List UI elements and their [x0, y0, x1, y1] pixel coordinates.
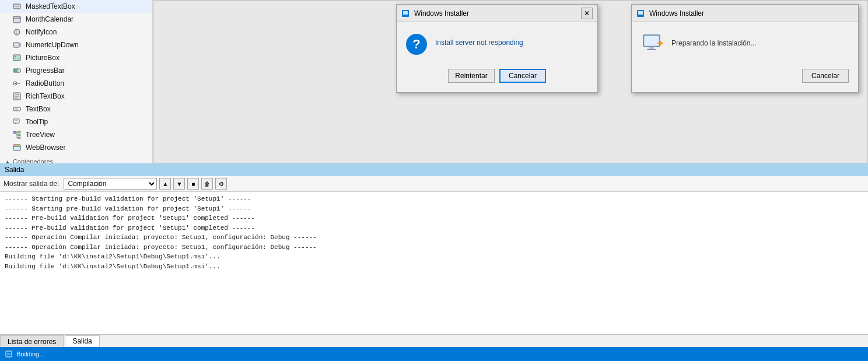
output-line-4: ------ Pre-build validation for project …: [5, 223, 863, 233]
dialog1-title-text: Windows Installer: [401, 9, 469, 17]
sidebar-item-numericupdown[interactable]: NumericUpDown: [0, 38, 152, 51]
output-source-select[interactable]: Compilación: [64, 178, 157, 190]
progressbar-icon: [12, 65, 22, 76]
sidebar-item-picturebox-label: PictureBox: [26, 54, 60, 62]
sidebar-item-monthcalendar[interactable]: MonthCalendar: [0, 13, 152, 26]
dialog-installing: Windows Installer Preparando la instalac…: [631, 4, 859, 93]
radiobutton-icon: [12, 78, 22, 89]
svg-rect-24: [18, 131, 20, 133]
output-line-7: Building file 'd:\KK\instal2\Setup1\Debu…: [5, 252, 863, 262]
richtextbox-icon: [12, 91, 22, 101]
sidebar-section-contenedores: ▲ Contenedores: [0, 155, 152, 163]
tab-lista-errores[interactable]: Lista de errores: [0, 335, 64, 347]
sidebar-item-tooltip-label: ToolTip: [26, 118, 48, 126]
bottom-tabs: Lista de errores Salida: [0, 334, 868, 347]
tab-lista-errores-label: Lista de errores: [8, 338, 56, 346]
tooltip-icon: [12, 117, 22, 127]
sidebar-section-label: Contenedores: [13, 158, 53, 163]
svg-rect-26: [18, 137, 20, 139]
output-content: ------ Starting pre-build validation for…: [0, 192, 868, 335]
sidebar-item-treeview-label: TreeView: [26, 131, 55, 139]
svg-point-12: [15, 83, 16, 84]
installer-animation-icon: [641, 31, 664, 55]
sidebar-item-richtextbox[interactable]: RichTextBox: [0, 90, 152, 103]
sidebar-item-maskedtextbox-label: MaskedTextBox: [26, 2, 75, 10]
sidebar-item-picturebox[interactable]: PictureBox: [0, 51, 152, 64]
stop-button[interactable]: ■: [187, 178, 199, 190]
sidebar-item-progressbar-label: ProgressBar: [26, 66, 65, 75]
settings-button[interactable]: ⚙: [215, 178, 227, 190]
svg-rect-6: [13, 43, 19, 47]
numericupdown-icon: [12, 40, 22, 50]
status-text: Building...: [16, 351, 44, 358]
dialog2-buttons: Cancelar: [632, 64, 858, 92]
sidebar-item-radiobutton[interactable]: RadioButton: [0, 77, 152, 90]
svg-point-35: [18, 145, 19, 146]
sidebar-item-webbrowser-label: WebBrowser: [26, 143, 65, 152]
svg-rect-2: [13, 16, 20, 23]
scroll-up-button[interactable]: ▲: [159, 178, 171, 190]
clear-button[interactable]: 🗑: [201, 178, 213, 190]
sidebar-item-radiobutton-label: RadioButton: [26, 79, 64, 87]
picturebox-icon: [12, 52, 22, 63]
monthcalendar-icon: [12, 14, 22, 24]
output-line-3: ------ Pre-build validation for project …: [5, 213, 863, 223]
dialog1-close-button[interactable]: ✕: [581, 8, 593, 19]
sidebar: MaskedTextBox MonthCalendar ! NotifyIcon…: [0, 0, 153, 163]
sidebar-item-textbox[interactable]: TextBox: [0, 103, 152, 115]
cancel-button-dialog1[interactable]: Cancelar: [499, 69, 546, 83]
show-output-label: Mostrar salida de:: [4, 180, 59, 188]
sidebar-item-webbrowser[interactable]: WebBrowser: [0, 141, 152, 154]
output-toolbar: Mostrar salida de: Compilación ▲ ▼ ■ 🗑 ⚙: [0, 176, 868, 192]
dialog1-message: Install server not responding: [435, 38, 523, 47]
sidebar-item-notifyicon[interactable]: ! NotifyIcon: [0, 26, 152, 38]
scroll-down-button[interactable]: ▼: [173, 178, 185, 190]
sidebar-item-numericupdown-label: NumericUpDown: [26, 41, 79, 49]
sidebar-item-notifyicon-label: NotifyIcon: [26, 28, 57, 36]
svg-rect-41: [638, 11, 643, 15]
output-line-8: Building file 'd:\KK\instal2\Setup1\Debu…: [5, 262, 863, 272]
svg-rect-23: [13, 131, 16, 134]
tab-salida-label: Salida: [72, 337, 92, 345]
output-header: Salida: [0, 163, 868, 176]
dialog2-body: Preparando la instalación...: [632, 22, 858, 64]
sidebar-item-treeview[interactable]: TreeView: [0, 128, 152, 141]
building-icon: [5, 350, 13, 358]
retry-button[interactable]: Reintentar: [448, 69, 495, 83]
dialog1-body: ? Install server not responding: [397, 22, 597, 64]
status-bar: Building...: [0, 347, 868, 361]
dialog2-title-label: Windows Installer: [649, 9, 704, 17]
svg-rect-45: [647, 49, 656, 50]
output-line-6: ------ Operación Compilar iniciada: proy…: [5, 243, 863, 253]
svg-rect-47: [657, 43, 663, 44]
question-icon: ?: [406, 34, 427, 55]
dialog2-titlebar: Windows Installer: [632, 5, 858, 22]
sidebar-item-progressbar[interactable]: ProgressBar: [0, 64, 152, 77]
sidebar-item-maskedtextbox[interactable]: MaskedTextBox: [0, 0, 152, 13]
sidebar-item-richtextbox-label: RichTextBox: [26, 92, 65, 100]
maskedtextbox-icon: [12, 1, 22, 12]
dialog2-message: Preparando la instalación...: [671, 39, 756, 47]
dialog1-titlebar: Windows Installer ✕: [397, 5, 597, 22]
output-line-1: ------ Starting pre-build validation for…: [5, 194, 863, 204]
svg-point-8: [15, 56, 16, 58]
output-line-5: ------ Operación Compilar iniciada: proy…: [5, 233, 863, 243]
svg-rect-39: [403, 11, 408, 15]
tab-salida[interactable]: Salida: [65, 335, 99, 347]
dialog1-title-label: Windows Installer: [414, 9, 469, 17]
sidebar-item-tooltip[interactable]: ToolTip: [0, 115, 152, 128]
cancel-button-dialog2[interactable]: Cancelar: [802, 69, 849, 83]
treeview-icon: [12, 129, 22, 140]
dialog-install-server: Windows Installer ✕ ? Install server not…: [396, 4, 598, 93]
svg-rect-7: [13, 55, 20, 61]
dialog2-title-text: Windows Installer: [636, 9, 704, 17]
svg-rect-43: [645, 36, 659, 45]
installer2-title-icon: [636, 9, 645, 17]
output-title: Salida: [5, 166, 24, 174]
svg-point-33: [15, 145, 16, 146]
dialog1-buttons: Reintentar Cancelar: [397, 64, 597, 92]
sidebar-item-textbox-label: TextBox: [26, 105, 51, 113]
output-panel: Salida Mostrar salida de: Compilación ▲ …: [0, 163, 868, 335]
output-line-2: ------ Starting pre-build validation for…: [5, 204, 863, 214]
svg-point-4: [14, 29, 20, 35]
